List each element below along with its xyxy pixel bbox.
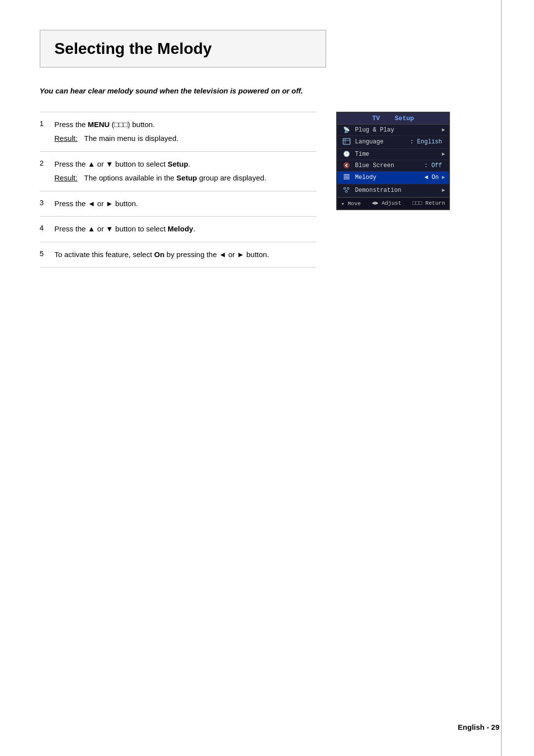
melody-icon — [341, 174, 352, 182]
svg-point-7 — [344, 187, 346, 189]
step-number-3: 3 — [40, 198, 54, 210]
demonstration-label: Demonstration — [355, 187, 436, 194]
step-3: 3 Press the ◄ or ► button. — [40, 191, 316, 217]
time-arrow: ► — [442, 151, 445, 157]
time-icon: 🕐 — [341, 151, 352, 157]
menu-tv-label: TV — [372, 115, 380, 122]
svg-rect-0 — [343, 138, 350, 144]
blue-screen-icon: 🔇 — [341, 162, 352, 169]
menu-title: Setup — [395, 115, 414, 122]
content-layout: 1 Press the MENU (□□□) button. Result: T… — [40, 112, 499, 268]
melody-label: Melody — [355, 174, 422, 181]
footer-adjust: ◄► Adjust — [372, 200, 401, 207]
demonstration-icon — [341, 186, 352, 195]
demonstration-arrow: ► — [442, 187, 445, 193]
blue-screen-value: : Off — [424, 162, 442, 169]
menu-box: TV Setup 📡 Plug & Play ► — [336, 112, 450, 210]
step-number-5: 5 — [40, 249, 54, 261]
plug-play-icon: 📡 — [341, 127, 352, 133]
step-content-2: Press the ▲ or ▼ button to select Setup.… — [54, 159, 316, 184]
step-4: 4 Press the ▲ or ▼ button to select Melo… — [40, 216, 316, 242]
tv-menu: TV Setup 📡 Plug & Play ► — [336, 112, 450, 210]
step-1-result-label: Result: — [54, 133, 79, 144]
svg-point-9 — [346, 190, 348, 192]
menu-item-melody: Melody ◄ On ► — [337, 172, 449, 184]
time-label: Time — [355, 151, 436, 158]
step-content-3: Press the ◄ or ► button. — [54, 198, 316, 210]
step-content-1: Press the MENU (□□□) button. Result: The… — [54, 119, 316, 144]
menu-item-plug-play: 📡 Plug & Play ► — [337, 125, 449, 136]
language-value: : English — [410, 138, 442, 145]
step-2-result-text: The options available in the Setup group… — [84, 173, 267, 184]
blue-screen-label: Blue Screen — [355, 162, 421, 169]
language-icon — [341, 138, 352, 146]
plug-play-arrow: ► — [442, 127, 445, 133]
svg-point-8 — [347, 187, 349, 189]
menu-item-time: 🕐 Time ► — [337, 149, 449, 160]
step-2-result-label: Result: — [54, 173, 79, 184]
vertical-line — [501, 0, 502, 756]
page-title: Selecting the Melody — [54, 40, 312, 58]
melody-arrow: ► — [442, 175, 445, 180]
intro-text: You can hear clear melody sound when the… — [40, 86, 316, 97]
step-1-result-text: The main menu is displayed. — [84, 133, 178, 144]
plug-play-label: Plug & Play — [355, 127, 436, 133]
melody-value: ◄ On — [425, 174, 439, 181]
step-number-4: 4 — [40, 223, 54, 235]
step-number-1: 1 — [40, 119, 54, 144]
title-section: Selecting the Melody — [40, 30, 326, 68]
step-number-2: 2 — [40, 159, 54, 184]
menu-item-blue-screen: 🔇 Blue Screen : Off — [337, 160, 449, 172]
page: Selecting the Melody You can hear clear … — [0, 0, 534, 756]
footer-move: ✦ Move — [341, 200, 361, 207]
menu-item-language: Language : English — [337, 136, 449, 149]
menu-footer: ✦ Move ◄► Adjust □□□ Return — [337, 197, 449, 209]
step-5: 5 To activate this feature, select On by… — [40, 242, 316, 268]
footer-return: □□□ Return — [412, 200, 445, 207]
step-2: 2 Press the ▲ or ▼ button to select Setu… — [40, 151, 316, 191]
menu-header: TV Setup — [337, 113, 449, 125]
menu-item-demonstration: Demonstration ► — [337, 184, 449, 197]
page-footer: English - 29 — [458, 723, 499, 731]
step-2-result: Result: The options available in the Set… — [54, 173, 316, 184]
step-content-5: To activate this feature, select On by p… — [54, 249, 316, 261]
step-content-4: Press the ▲ or ▼ button to select Melody… — [54, 223, 316, 235]
language-label: Language — [355, 138, 407, 145]
page-number: English - 29 — [458, 723, 499, 731]
step-1-result: Result: The main menu is displayed. — [54, 133, 316, 144]
instructions: 1 Press the MENU (□□□) button. Result: T… — [40, 112, 316, 268]
step-1: 1 Press the MENU (□□□) button. Result: T… — [40, 112, 316, 151]
